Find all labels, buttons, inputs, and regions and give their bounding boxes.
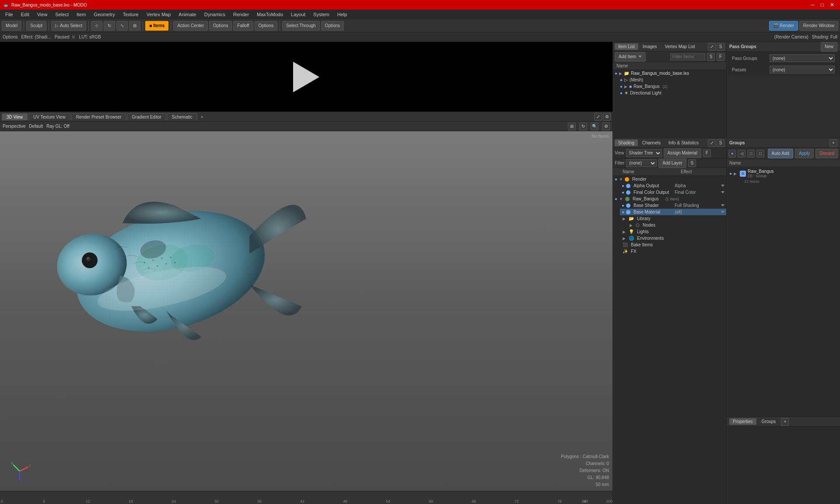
new-pass-button[interactable]: New <box>821 42 837 52</box>
tab-channels[interactable]: Channels <box>639 140 664 146</box>
list-item[interactable]: ● ▶ 📁 Raw_Bangus_modo_base.lxo <box>613 70 726 77</box>
shading-expand-button[interactable]: ⤢ <box>708 139 716 147</box>
groups-vis2-button[interactable]: ◁ <box>738 150 745 158</box>
visibility-eye-icon[interactable]: ● <box>615 71 617 76</box>
filter-s-button[interactable]: S <box>707 53 715 61</box>
visibility-eye-icon[interactable]: ● <box>620 84 623 89</box>
add-layer-button[interactable]: Add Layer <box>658 158 686 168</box>
effect-dropdown-icon[interactable] <box>721 185 724 187</box>
vp-default-label[interactable]: Default <box>29 124 43 129</box>
auto-select-button[interactable]: ▷ Auto Select <box>51 21 86 31</box>
passes-select[interactable]: (none) <box>770 66 835 74</box>
vp-raygl-label[interactable]: Ray GL: Off <box>46 124 70 129</box>
shader-tree-content[interactable]: ● ▼ Render ● Alpha Output Alpha ● <box>613 176 726 504</box>
tab-gradient-editor[interactable]: Gradient Editor <box>127 113 166 120</box>
groups-vis4-button[interactable]: □ <box>756 150 764 158</box>
falloff-button[interactable]: Falloff <box>233 21 253 31</box>
menu-view[interactable]: View <box>34 11 51 18</box>
shader-vis-icon[interactable]: ● <box>615 177 617 182</box>
shader-vis-icon[interactable]: ● <box>622 190 624 195</box>
menu-animate[interactable]: Animate <box>175 11 200 18</box>
shader-filter-select[interactable]: (none) <box>626 159 657 167</box>
menu-texture[interactable]: Texture <box>119 11 142 18</box>
tab-render-preset[interactable]: Render Preset Browser <box>71 113 126 120</box>
menu-file[interactable]: File <box>2 11 17 18</box>
viewport-orbit-button[interactable]: ↻ <box>579 122 587 130</box>
tab-schematic[interactable]: Schematic <box>167 113 197 120</box>
menu-render[interactable]: Render <box>230 11 252 18</box>
add-layer-s-button[interactable]: S <box>688 159 696 167</box>
shader-row-environments[interactable]: ▶ 🌐 Environments <box>613 235 726 242</box>
shader-row-render[interactable]: ● ▼ Render <box>613 176 726 182</box>
falloff-options-button[interactable]: Options <box>255 21 277 31</box>
viewport-zoom-button[interactable]: 🔍 <box>591 122 598 130</box>
menu-maxtomodo[interactable]: MaxToModo <box>253 11 287 18</box>
rotate-button[interactable]: ↻ <box>104 21 115 31</box>
group-vis-icon[interactable]: ● <box>729 171 732 176</box>
menu-geometry[interactable]: Geometry <box>90 11 118 18</box>
action-center-button[interactable]: Action Center <box>173 21 208 31</box>
shader-row-base-shader[interactable]: ● Base Shader Full Shading <box>620 202 726 209</box>
list-item[interactable]: ● ▶ ■ Raw_Bangus (1) <box>618 83 726 90</box>
shader-row-nodes[interactable]: ▶ ⬡ Nodes <box>620 222 726 228</box>
groups-vis3-button[interactable]: □ <box>747 150 755 158</box>
viewport-grid-button[interactable]: ⊞ <box>568 122 576 130</box>
menu-help[interactable]: Help <box>334 11 351 18</box>
list-item[interactable]: ● ☀ Directional Light <box>618 90 726 96</box>
minimize-button[interactable]: ─ <box>808 2 817 8</box>
main-viewport[interactable]: X Y Z No Items Polygons : Catmull-Clark … <box>0 131 612 491</box>
menu-vertex-map[interactable]: Vertex Map <box>143 11 175 18</box>
shader-row-library[interactable]: ▶ 📂 Library <box>613 215 726 222</box>
props-plus-button[interactable]: + <box>781 418 789 426</box>
shader-tree-select[interactable]: Shader Tree <box>626 149 662 157</box>
assign-material-f-button[interactable]: F <box>703 149 711 157</box>
viewport-settings-button[interactable]: ⚙ <box>603 113 611 121</box>
menu-item[interactable]: Item <box>73 11 89 18</box>
groups-vis1-button[interactable]: ● <box>728 150 736 158</box>
shader-row-alpha-output[interactable]: ● Alpha Output Alpha <box>620 182 726 189</box>
tab-groups-props[interactable]: Groups <box>758 418 780 425</box>
tab-images[interactable]: Images <box>639 43 661 50</box>
add-view-tab-button[interactable]: + <box>198 113 206 120</box>
list-item[interactable]: ● ▷ (Mesh) <box>618 77 726 83</box>
render-preview-strip[interactable] <box>0 42 612 112</box>
items-button[interactable]: ■ Items <box>145 21 168 31</box>
visibility-eye-icon[interactable]: ● <box>620 91 623 95</box>
viewport-more-button[interactable]: ⚙ <box>602 122 610 130</box>
tab-info-statistics[interactable]: Info & Statistics <box>665 140 702 146</box>
select-through-button[interactable]: Select Through <box>282 21 320 31</box>
assign-material-button[interactable]: Assign Material <box>664 148 701 158</box>
tab-vertex-map-list[interactable]: Vertex Map List <box>662 43 699 50</box>
tab-uv-texture[interactable]: UV Texture View <box>28 113 70 120</box>
effect-dropdown-icon[interactable] <box>721 211 724 213</box>
shader-vis-icon[interactable]: ● <box>622 210 624 214</box>
item-list-expand-button[interactable]: ⤢ <box>708 43 716 51</box>
tab-3d-view[interactable]: 3D View <box>2 113 28 120</box>
transform-button[interactable]: ⊞ <box>129 21 140 31</box>
timeline-ruler[interactable]: 0 6 12 18 24 30 36 42 48 54 60 66 72 78 … <box>0 491 612 504</box>
add-item-button[interactable]: Add Item <box>615 52 646 62</box>
shader-row-final-color[interactable]: ● Final Color Output Final Color <box>620 189 726 196</box>
move-button[interactable]: ⊹ <box>91 21 102 31</box>
discard-button[interactable]: Discard <box>816 149 838 158</box>
auto-add-button[interactable]: Auto Add <box>768 149 794 158</box>
close-button[interactable]: ✕ <box>828 2 836 8</box>
shading-settings-button[interactable]: S <box>717 139 724 147</box>
menu-system[interactable]: System <box>310 11 333 18</box>
tab-properties[interactable]: Properties <box>729 418 756 425</box>
item-list-content[interactable]: ● ▶ 📁 Raw_Bangus_modo_base.lxo ● ▷ (Mesh… <box>613 70 726 138</box>
item-list-settings-button[interactable]: S <box>717 43 724 51</box>
action-options-button[interactable]: Options <box>209 21 232 31</box>
add-group-button[interactable]: + <box>830 139 837 147</box>
menu-layout[interactable]: Layout <box>287 11 309 18</box>
shader-row-lights[interactable]: ▶ 💡 Lights <box>613 228 726 235</box>
apply-button[interactable]: Apply <box>795 149 814 158</box>
group-row-raw-bangus[interactable]: ● ▶ G Raw_Bangus (3) : Group <box>727 168 840 179</box>
tab-item-list[interactable]: Item List <box>615 43 638 50</box>
titlebar-controls[interactable]: ─ □ ✕ <box>808 2 836 8</box>
pass-groups-select[interactable]: (none) <box>770 54 835 62</box>
menu-edit[interactable]: Edit <box>18 11 33 18</box>
scale-button[interactable]: ⤡ <box>116 21 128 31</box>
maximize-button[interactable]: □ <box>819 2 826 8</box>
shader-row-raw-bangus[interactable]: ● ▼ Raw_Bangus (1 Item) <box>613 196 726 202</box>
